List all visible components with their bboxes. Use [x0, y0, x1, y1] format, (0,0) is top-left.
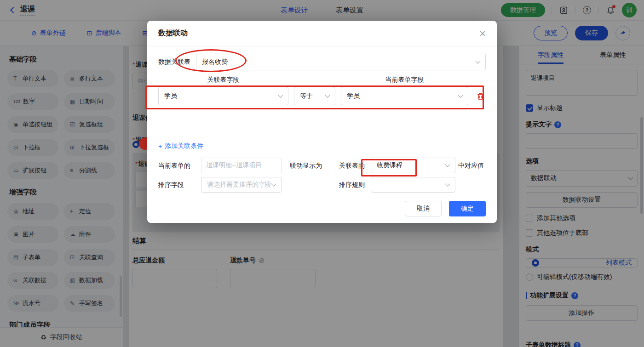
sort-field-label: 排序字段 — [158, 177, 184, 193]
modal-title: 数据联动 — [158, 28, 188, 38]
relation-table-label: 数据关联表 — [158, 58, 190, 66]
chevron-down-icon — [271, 181, 276, 186]
data-linkage-modal: 数据联动 × 数据关联表 报名收费 关联表字段 当前表单字段 学员 等于 学员 — [147, 21, 497, 223]
condition-left-select[interactable]: 学员 — [158, 87, 288, 105]
sort-rule-label: 排序规则 — [339, 177, 365, 193]
chevron-down-icon — [458, 92, 463, 97]
current-field-input[interactable]: 退课明细--退课项目 — [201, 158, 282, 173]
cancel-button[interactable]: 取消 — [405, 201, 442, 216]
current-form-label: 当前表单的 — [158, 158, 190, 173]
value-suffix-label: 中对应值 — [458, 158, 484, 173]
add-condition-link[interactable]: + 添加关联条件 — [158, 142, 203, 150]
relation-table-select[interactable]: 报名收费 — [196, 54, 486, 70]
chevron-down-icon — [445, 162, 450, 167]
close-icon[interactable]: × — [479, 28, 486, 39]
delete-condition-icon[interactable] — [477, 92, 484, 100]
confirm-button[interactable]: 确定 — [449, 201, 486, 216]
sort-rule-select[interactable] — [371, 177, 455, 193]
chevron-down-icon — [475, 58, 480, 63]
display-as-label: 联动显示为 — [290, 158, 322, 173]
related-field-select[interactable]: 收费课程 — [371, 158, 455, 173]
chevron-down-icon — [325, 92, 330, 97]
related-form-label: 关联表的 — [339, 158, 365, 173]
condition-right-select[interactable]: 学员 — [341, 87, 468, 105]
sort-field-select[interactable]: 请选择需要排序的字段 — [201, 177, 282, 193]
column-header-related-field: 关联表字段 — [158, 76, 288, 84]
column-header-current-field: 当前表单字段 — [341, 76, 468, 84]
chevron-down-icon — [278, 92, 283, 97]
chevron-down-icon — [445, 181, 450, 186]
condition-operator-select[interactable]: 等于 — [294, 87, 335, 105]
plus-icon: + — [158, 142, 162, 150]
